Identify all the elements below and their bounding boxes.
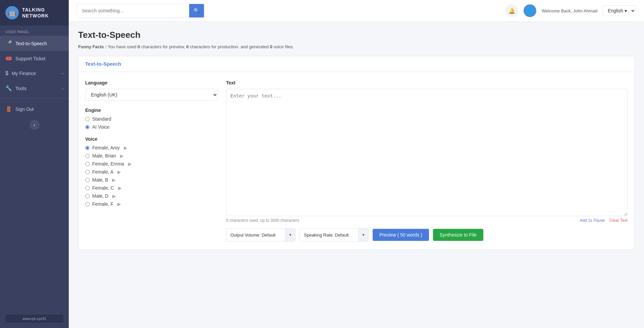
language-label: Language [85,80,218,85]
voice-female-c-label: Female, C [92,185,114,191]
voice-female-f[interactable]: Female, F ▶ [85,201,218,207]
sidebar-item-tts-label: Text-to-Speech [15,41,47,46]
text-actions: Add 1s Pause Clear Text [580,218,628,223]
voice-female-amy[interactable]: Female, Amy ▶ [85,145,218,150]
logo-icon: 🤖 [5,6,19,19]
play-female-a-button[interactable]: ▶ [117,169,121,175]
play-male-b-button[interactable]: ▶ [112,177,116,183]
finance-icon: $ [5,70,8,76]
play-female-emma-button[interactable]: ▶ [128,161,132,167]
play-male-brian-button[interactable]: ▶ [120,153,124,158]
text-input[interactable] [226,89,628,216]
content-area: Text-to-Speech Funny Facts : You have us… [69,22,644,328]
voice-radio-group: Female, Amy ▶ Male, Brian ▶ Female, Emma… [85,145,218,207]
voice-female-a-radio[interactable] [85,170,90,174]
play-female-c-button[interactable]: ▶ [118,185,122,191]
header: 🔍 🔔 🌐 Welcome Back, John Ahmad English ▾ [69,0,644,22]
language-dropdown[interactable]: English (UK) English (US) Spanish French… [85,89,218,101]
voice-female-emma[interactable]: Female, Emma ▶ [85,161,218,167]
speaking-rate-select[interactable]: Speaking Rate: Default [300,228,358,241]
sidebar-collapse-button[interactable]: ‹ [30,120,40,130]
synthesize-button[interactable]: Synthesize to File [433,229,484,241]
main-area: 🔍 🔔 🌐 Welcome Back, John Ahmad English ▾… [69,0,644,328]
search-container: 🔍 [77,4,204,18]
voice-male-b-label: Male, B [92,177,108,183]
sidebar-item-tts[interactable]: 🎤 Text-to-Speech [0,36,69,51]
voice-male-b[interactable]: Male, B ▶ [85,177,218,183]
sidebar-divider [0,99,69,99]
output-volume-control: Output Volume: Default ▼ [226,228,296,242]
support-icon: 🎟️ [5,55,12,62]
voice-female-amy-radio[interactable] [85,146,90,150]
play-male-d-button[interactable]: ▶ [112,193,116,199]
voice-female-a-label: Female, A [92,169,113,175]
voice-female-c[interactable]: Female, C ▶ [85,185,218,191]
speaking-rate-arrow-icon: ▼ [358,228,368,241]
tools-icon: 🔧 [5,85,12,91]
add-pause-button[interactable]: Add 1s Pause [580,218,605,223]
welcome-text: Welcome Back, John Ahmad [542,8,597,13]
engine-standard-label: Standard [92,116,111,122]
voice-female-f-label: Female, F [92,201,113,207]
sidebar-logo: 🤖 TALKING NETWORK [0,0,69,25]
voice-male-brian-radio[interactable] [85,154,90,158]
engine-ai-voice-radio[interactable] [85,125,90,129]
chars-preview: 0 [138,44,140,49]
sidebar-item-tools[interactable]: 🔧 Tools › [0,81,69,96]
sidebar-item-finance[interactable]: $ My Finance › [0,66,69,81]
funny-facts-label: Funny Facts : [78,44,107,49]
sidebar-version: www.rpt.xyz/t1 [5,315,63,323]
logo-text: TALKING NETWORK [22,7,49,19]
funny-facts: Funny Facts : You have used 0 characters… [78,44,635,49]
card-body: Language English (UK) English (US) Spani… [78,72,634,250]
output-volume-select[interactable]: Output Volume: Default [226,228,285,241]
voice-female-emma-label: Female, Emma [92,161,124,167]
bottom-controls: Output Volume: Default ▼ Speaking Rate: … [226,228,628,242]
sidebar-item-support-label: Support Ticket [15,56,46,61]
sidebar-item-tools-label: Tools [15,86,26,91]
sidebar-item-signout[interactable]: 🚪 Sign Out [0,102,69,117]
output-volume-arrow-icon: ▼ [285,228,295,241]
search-button[interactable]: 🔍 [189,4,204,17]
globe-icon: 🌐 [527,8,533,14]
language-selector[interactable]: English ▾ [603,5,636,16]
speaking-rate-control: Speaking Rate: Default ▼ [300,228,369,242]
voice-male-brian-label: Male, Brian [92,153,116,158]
engine-standard-radio[interactable] [85,117,90,121]
voice-female-a[interactable]: Female, A ▶ [85,169,218,175]
notification-button[interactable]: 🔔 [505,4,518,17]
text-meta-row: 0 characters used, up to 3000 characters… [226,218,628,223]
left-panel: Language English (UK) English (US) Spani… [85,80,226,242]
voice-male-d-label: Male, D [92,193,108,199]
voice-female-emma-radio[interactable] [85,162,90,166]
chars-production: 0 [186,44,189,49]
play-female-amy-button[interactable]: ▶ [124,145,127,150]
voice-label: Voice [85,136,218,142]
voice-female-f-radio[interactable] [85,202,90,206]
engine-ai-voice-label: AI Voice [92,124,109,130]
card-title: Text-to-Speech [85,61,121,67]
search-input[interactable] [77,4,189,17]
engine-ai-voice[interactable]: AI Voice [85,124,218,130]
right-panel: Text 0 characters used, up to 3000 chara… [226,80,628,242]
voice-male-brian[interactable]: Male, Brian ▶ [85,153,218,158]
user-avatar: 🌐 [524,4,536,17]
funny-facts-text: You have used 0 characters for preview, … [108,44,294,49]
sidebar: 🤖 TALKING NETWORK USER PANEL 🎤 Text-to-S… [0,0,69,328]
engine-standard[interactable]: Standard [85,116,218,122]
notification-icon: 🔔 [508,8,515,14]
voice-male-b-radio[interactable] [85,178,90,182]
engine-radio-group: Standard AI Voice [85,116,218,130]
clear-text-button[interactable]: Clear Text [609,218,628,223]
play-female-f-button[interactable]: ▶ [117,201,121,207]
voice-male-d-radio[interactable] [85,194,90,198]
voice-male-d[interactable]: Male, D ▶ [85,193,218,199]
voice-files: 0 [270,44,272,49]
user-panel-label: USER PANEL [0,25,69,36]
voice-female-c-radio[interactable] [85,186,90,190]
preview-button[interactable]: Preview ( 50 words ) [373,229,429,241]
card-header: Text-to-Speech [78,56,634,72]
voice-female-amy-label: Female, Amy [92,145,120,150]
sidebar-item-support[interactable]: 🎟️ Support Ticket [0,51,69,66]
tts-card: Text-to-Speech Language English (UK) Eng… [78,56,635,250]
